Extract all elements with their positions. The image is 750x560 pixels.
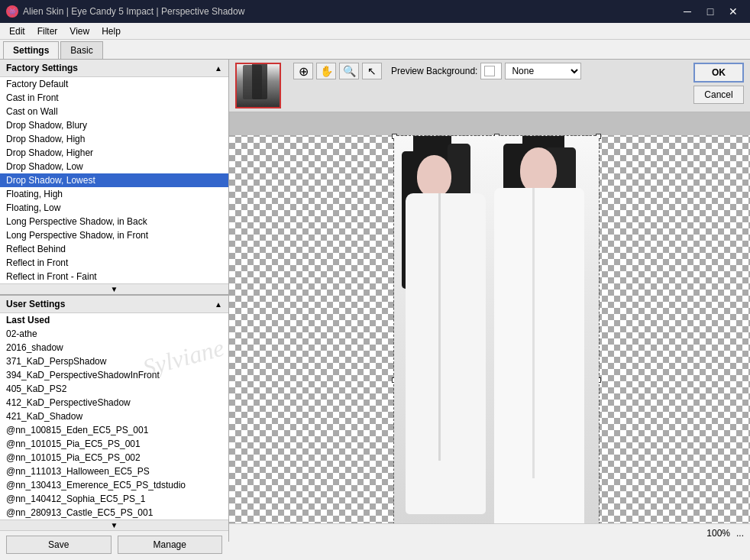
factory-item-0[interactable]: Factory Default bbox=[0, 77, 228, 91]
user-settings-label: User Settings bbox=[6, 299, 65, 309]
move-tool-button[interactable]: ⊕ bbox=[293, 63, 313, 79]
factory-item-5[interactable]: Drop Shadow, Higher bbox=[0, 146, 228, 160]
user-item-13[interactable]: @nn_140412_Sophia_EC5_PS_1 bbox=[0, 492, 228, 506]
image-frame bbox=[393, 135, 600, 523]
user-item-9[interactable]: @nn_101015_Pia_EC5_PS_001 bbox=[0, 437, 228, 451]
thumbnail bbox=[235, 63, 281, 108]
menu-help[interactable]: Help bbox=[95, 24, 127, 38]
user-item-4[interactable]: 394_KaD_PerspectiveShadowInFront bbox=[0, 368, 228, 382]
factory-settings-header: Factory Settings ▲ bbox=[0, 60, 228, 77]
factory-scroll-up[interactable]: ▲ bbox=[215, 64, 222, 73]
user-settings-section: User Settings ▲ Sylviane Last Used02-ath… bbox=[0, 296, 228, 558]
section-buttons: Save Manage bbox=[0, 530, 228, 558]
woman-1 bbox=[402, 136, 493, 523]
user-item-7[interactable]: 421_KaD_Shadow bbox=[0, 409, 228, 423]
factory-item-6[interactable]: Drop Shadow, Low bbox=[0, 160, 228, 173]
tabs-bar: Settings Basic bbox=[0, 40, 750, 60]
user-item-0[interactable]: Last Used bbox=[0, 313, 228, 327]
window-title: Alien Skin | Eye Candy 5 Impact | Perspe… bbox=[23, 6, 244, 17]
menu-view[interactable]: View bbox=[63, 24, 95, 38]
action-buttons: OK Cancel bbox=[693, 63, 744, 104]
factory-item-9[interactable]: Floating, Low bbox=[0, 201, 228, 215]
user-scroll-down[interactable]: ▼ bbox=[111, 521, 118, 529]
user-item-6[interactable]: 412_KaD_PerspectiveShadow bbox=[0, 396, 228, 409]
status-bar: 100% ... bbox=[229, 523, 750, 542]
preview-bg-select[interactable]: None White Black Gray bbox=[505, 63, 581, 79]
factory-item-2[interactable]: Cast on Wall bbox=[0, 105, 228, 118]
factory-item-13[interactable]: Reflect in Front bbox=[0, 256, 228, 270]
factory-settings-list[interactable]: Factory DefaultCast in FrontCast on Wall… bbox=[0, 77, 228, 283]
manage-button[interactable]: Manage bbox=[118, 536, 223, 554]
bg-color-swatch bbox=[484, 66, 495, 76]
close-button[interactable]: ✕ bbox=[723, 3, 744, 20]
user-settings-list[interactable]: Last Used02-athe2016_shadow371_KaD_Persp… bbox=[0, 313, 228, 520]
user-settings-inner: Sylviane Last Used02-athe2016_shadow371_… bbox=[0, 313, 228, 520]
hand-tool-button[interactable]: ✋ bbox=[316, 63, 336, 79]
preview-bg-label: Preview Background: bbox=[391, 66, 477, 76]
main-container: Factory Settings ▲ Factory DefaultCast i… bbox=[0, 60, 750, 542]
factory-scroll-down[interactable]: ▼ bbox=[111, 285, 118, 293]
tab-settings[interactable]: Settings bbox=[3, 41, 59, 59]
preview-bg-color bbox=[480, 63, 502, 79]
woman-2 bbox=[488, 136, 595, 523]
window-controls: ─ □ ✕ bbox=[677, 3, 744, 20]
maximize-button[interactable]: □ bbox=[700, 3, 721, 20]
user-item-12[interactable]: @nn_130413_Emerence_EC5_PS_tdstudio bbox=[0, 478, 228, 492]
canvas-top-border bbox=[229, 112, 750, 135]
factory-item-12[interactable]: Reflect Behind bbox=[0, 242, 228, 256]
factory-item-14[interactable]: Reflect in Front - Faint bbox=[0, 270, 228, 283]
title-bar: 👾 Alien Skin | Eye Candy 5 Impact | Pers… bbox=[0, 0, 750, 23]
factory-item-4[interactable]: Drop Shadow, High bbox=[0, 132, 228, 146]
save-button[interactable]: Save bbox=[6, 536, 112, 554]
user-item-11[interactable]: @nn_111013_Halloween_EC5_PS bbox=[0, 465, 228, 478]
preview-header: ⊕ ✋ 🔍 ↖ Preview Background: None White B… bbox=[229, 60, 750, 112]
factory-settings-label: Factory Settings bbox=[6, 63, 78, 73]
cancel-button[interactable]: Cancel bbox=[693, 86, 744, 104]
preview-toolbar: ⊕ ✋ 🔍 ↖ Preview Background: None White B… bbox=[287, 63, 693, 79]
factory-item-7[interactable]: Drop Shadow, Lowest bbox=[0, 173, 228, 187]
minimize-button[interactable]: ─ bbox=[677, 3, 698, 20]
factory-item-8[interactable]: Floating, High bbox=[0, 187, 228, 201]
factory-item-10[interactable]: Long Perspective Shadow, in Back bbox=[0, 215, 228, 228]
zoom-level: 100% bbox=[706, 528, 730, 539]
status-dots: ... bbox=[736, 528, 744, 539]
app-icon: 👾 bbox=[6, 5, 18, 18]
factory-item-11[interactable]: Long Perspective Shadow, in Front bbox=[0, 228, 228, 242]
factory-item-3[interactable]: Drop Shadow, Blury bbox=[0, 118, 228, 132]
title-bar-left: 👾 Alien Skin | Eye Candy 5 Impact | Pers… bbox=[6, 5, 244, 18]
menu-edit[interactable]: Edit bbox=[3, 24, 31, 38]
user-item-3[interactable]: 371_KaD_PerspShadow bbox=[0, 354, 228, 368]
user-item-10[interactable]: @nn_101015_Pia_EC5_PS_002 bbox=[0, 451, 228, 465]
preview-wrapper: ⊕ ✋ 🔍 ↖ Preview Background: None White B… bbox=[229, 60, 750, 542]
user-item-8[interactable]: @nn_100815_Eden_EC5_PS_001 bbox=[0, 423, 228, 437]
user-item-5[interactable]: 405_KaD_PS2 bbox=[0, 382, 228, 396]
factory-item-1[interactable]: Cast in Front bbox=[0, 91, 228, 105]
user-scroll-up[interactable]: ▲ bbox=[215, 300, 222, 309]
ok-button[interactable]: OK bbox=[693, 63, 744, 83]
tab-basic[interactable]: Basic bbox=[60, 41, 102, 59]
menu-filter[interactable]: Filter bbox=[31, 24, 64, 38]
select-tool-button[interactable]: ↖ bbox=[362, 63, 382, 79]
user-item-2[interactable]: 2016_shadow bbox=[0, 341, 228, 354]
left-panel: Factory Settings ▲ Factory DefaultCast i… bbox=[0, 60, 229, 542]
menu-bar: Edit Filter View Help bbox=[0, 23, 750, 40]
user-settings-header: User Settings ▲ bbox=[0, 296, 228, 313]
user-item-1[interactable]: 02-athe bbox=[0, 327, 228, 341]
canvas-area[interactable] bbox=[229, 112, 750, 523]
factory-settings-section: Factory Settings ▲ Factory DefaultCast i… bbox=[0, 60, 228, 296]
women-image bbox=[394, 136, 599, 523]
user-item-14[interactable]: @nn_280913_Castle_EC5_PS_001 bbox=[0, 506, 228, 520]
zoom-tool-button[interactable]: 🔍 bbox=[339, 63, 359, 79]
